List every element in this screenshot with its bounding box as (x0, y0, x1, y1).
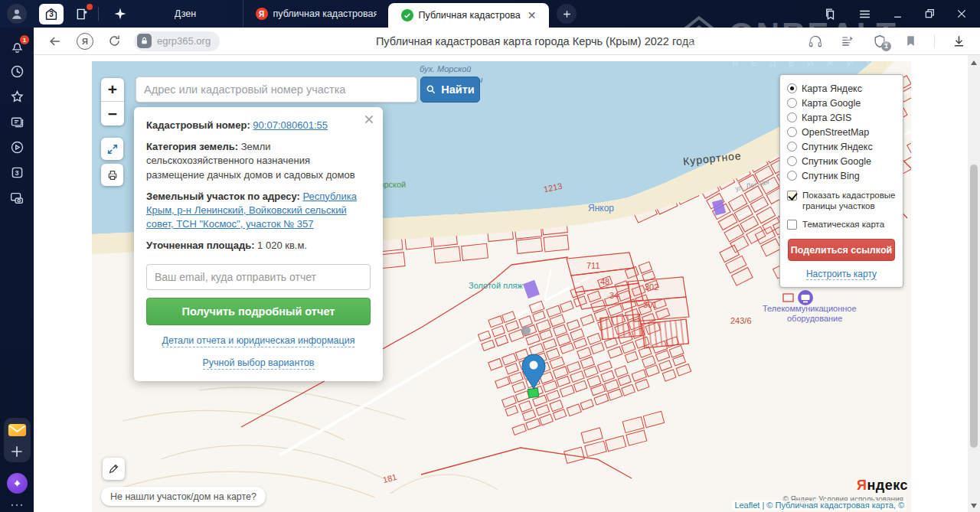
page-title: Публичная кадастровая карта города Керчь… (376, 35, 694, 47)
reload-icon[interactable] (107, 34, 122, 48)
get-report-button[interactable]: Получить подробный отчет (146, 298, 371, 325)
print-button[interactable] (101, 164, 123, 186)
secure-lock-icon[interactable] (137, 34, 152, 48)
divider (934, 34, 935, 48)
divider (98, 7, 99, 21)
download-icon[interactable] (952, 34, 966, 48)
close-window-icon[interactable] (956, 8, 968, 20)
selected-parcel-green[interactable] (528, 388, 538, 398)
radio-icon[interactable] (787, 171, 797, 181)
overlay-checkbox[interactable]: Тематическая карта (787, 219, 896, 230)
checkbox-icon[interactable] (787, 220, 797, 230)
pencil-icon (108, 463, 119, 474)
sidebar-apps-group (4, 418, 31, 462)
map-search-box (136, 77, 417, 103)
layer-radio-option[interactable]: Карта 2GIS (787, 110, 896, 125)
favorites-button[interactable] (3, 84, 31, 109)
headphones-icon[interactable] (808, 34, 823, 49)
area-label: Уточненная площадь: (146, 240, 254, 251)
radio-label: Спутник Google (802, 156, 871, 167)
expand-icon (106, 143, 119, 155)
share-link-button[interactable]: Поделиться ссылкой (788, 239, 895, 261)
video-button[interactable] (3, 135, 31, 160)
not-found-button[interactable]: Не нашли участок/дом на карте? (101, 487, 266, 506)
yandex-services-button[interactable]: Я (77, 33, 93, 50)
overlay-list: Показать кадастровые границы участковТем… (787, 190, 896, 230)
history-button[interactable] (3, 59, 31, 84)
tab-close-icon[interactable]: ✕ (528, 10, 537, 21)
radio-icon[interactable] (787, 83, 797, 93)
restore-icon[interactable] (923, 8, 936, 20)
url-field[interactable]: egrp365.org (134, 31, 220, 51)
checkbox-icon[interactable] (787, 191, 797, 201)
new-tab-group-button[interactable] (74, 6, 90, 22)
layer-radio-option[interactable]: Спутник Яндекс (787, 139, 896, 154)
tabs-count: 3 (15, 169, 18, 177)
alice-assistant-button[interactable] (7, 473, 28, 494)
tab-cadastral-map-active[interactable]: Публичная кадастрова ✕ (388, 3, 549, 28)
tab-label: публичная кадастровая ка (273, 8, 377, 19)
alice-sparkle-button[interactable] (113, 6, 128, 21)
yandex-logo: Яндекс (857, 478, 908, 494)
zoom-out-button[interactable]: − (101, 102, 124, 126)
layer-radio-option[interactable]: Спутник Google (787, 154, 896, 168)
overlay-checkbox[interactable]: Показать кадастровые границы участков (787, 190, 896, 212)
cadastral-number-link[interactable]: 90:07:080601:55 (253, 119, 328, 131)
layer-radio-option[interactable]: Карта Google (787, 96, 896, 110)
zen-feed-button[interactable] (3, 109, 31, 135)
back-icon[interactable] (47, 34, 63, 49)
page-scrollbar[interactable] (968, 55, 980, 512)
minimize-icon[interactable] (892, 8, 903, 20)
radio-icon[interactable] (787, 113, 797, 122)
telecom-poi-icon[interactable] (798, 290, 813, 305)
scroll-up-arrow[interactable] (971, 60, 977, 65)
alice-icon (12, 478, 22, 488)
fullscreen-button[interactable] (101, 138, 123, 160)
tab-group-button[interactable]: 3 (39, 4, 64, 24)
browser-sidebar: 1 3 (0, 28, 34, 512)
star-icon (9, 89, 25, 105)
layer-radio-option[interactable]: Спутник Bing (787, 168, 896, 183)
search-input[interactable] (144, 83, 409, 96)
area-value: 1 020 кв.м. (257, 240, 307, 251)
scrollbar-thumb[interactable] (970, 165, 978, 448)
new-tab-button[interactable] (557, 4, 577, 24)
manual-selection-link[interactable]: Ручной выбор вариантов (146, 357, 371, 370)
popup-close-icon[interactable] (363, 113, 375, 126)
radio-icon[interactable] (787, 127, 797, 137)
menu-icon[interactable] (858, 7, 872, 21)
check-favicon (401, 9, 413, 21)
yandex-mail-icon[interactable] (8, 422, 27, 438)
radio-icon[interactable] (787, 156, 797, 166)
draw-button[interactable] (103, 458, 125, 480)
notifications-button[interactable]: 1 (3, 34, 31, 59)
tabs-counter-button[interactable]: 3 (3, 160, 31, 185)
add-shortcut-icon[interactable] (9, 444, 24, 459)
reader-mode-icon[interactable] (840, 34, 855, 49)
screenshot-button[interactable] (3, 185, 31, 210)
bookmark-icon[interactable] (904, 34, 917, 48)
protect-button[interactable]: 1 (872, 34, 887, 49)
find-button[interactable]: Найти (420, 77, 480, 103)
profile-avatar[interactable] (7, 4, 27, 24)
sidebar-more-icon[interactable] (10, 503, 24, 507)
tab-cadastral-search[interactable]: Я публичная кадастровая ка (243, 0, 388, 28)
cadastral-map[interactable]: бух. МорскойПехотыМорскойКурортноеЯнкор1… (92, 61, 911, 512)
url-text: egrp365.org (157, 35, 211, 47)
radio-icon[interactable] (787, 98, 797, 108)
radio-icon[interactable] (787, 142, 797, 152)
layer-radio-option[interactable]: Карта Яндекс (787, 81, 896, 96)
side-panels-icon[interactable] (823, 7, 838, 21)
email-input[interactable] (146, 264, 371, 290)
layer-radio-option[interactable]: OpenStreetMap (787, 125, 896, 139)
printer-icon (106, 169, 119, 181)
configure-map-link[interactable]: Настроить карту (787, 269, 896, 279)
scroll-down-arrow[interactable] (971, 504, 977, 508)
zoom-in-button[interactable]: + (101, 78, 124, 102)
clock-icon (9, 64, 25, 80)
checkbox-label: Показать кадастровые границы участков (802, 190, 896, 212)
leaflet-attribution[interactable]: Leaflet | © Публичная кадастровая карта,… (732, 501, 906, 510)
zoom-control: + − (101, 78, 124, 126)
report-details-link[interactable]: Детали отчета и юридическая информация (146, 334, 371, 348)
tab-dzen[interactable]: Дзен (128, 0, 243, 28)
